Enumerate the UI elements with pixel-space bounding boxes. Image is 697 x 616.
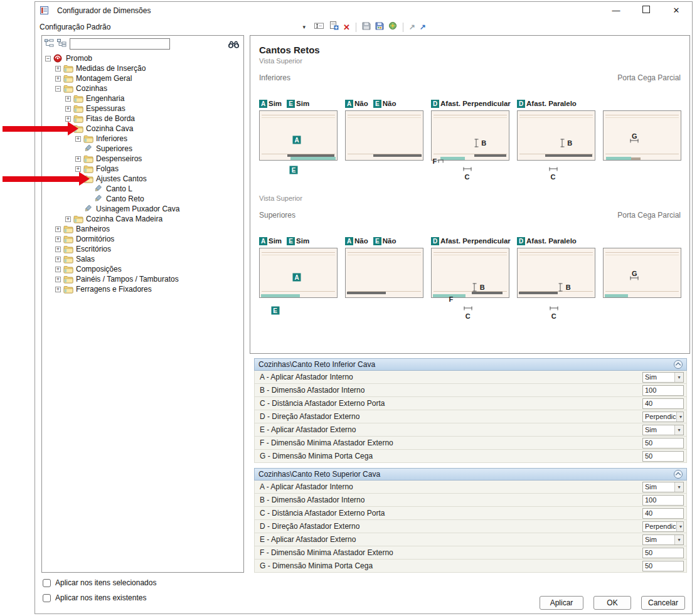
- collapse-toggle-icon[interactable]: −: [45, 56, 51, 61]
- tree-item-label: Canto L: [106, 184, 132, 193]
- collapse-icon[interactable]: [674, 470, 683, 479]
- tree-item[interactable]: +Cozinha Cava Madeira: [42, 214, 243, 224]
- tree-item[interactable]: +Fitas de Borda: [42, 114, 243, 124]
- config-options-icon[interactable]: [388, 21, 397, 33]
- collapse-toggle-icon[interactable]: −: [55, 86, 61, 92]
- tree-item[interactable]: +Engenharia: [42, 93, 243, 104]
- dropdown-arrow-icon[interactable]: ▾: [674, 425, 683, 435]
- tree-item[interactable]: +Composições: [42, 264, 243, 274]
- row-input[interactable]: 50: [642, 451, 684, 462]
- expand-toggle-icon[interactable]: +: [65, 106, 71, 112]
- expand-toggle-icon[interactable]: +: [55, 257, 61, 262]
- tree-levels-icon[interactable]: [45, 38, 54, 50]
- marker-c: C: [549, 168, 557, 180]
- checkbox-icon[interactable]: [43, 594, 51, 602]
- expand-toggle-icon[interactable]: +: [55, 287, 61, 292]
- combo-dropdown-icon[interactable]: ▾: [302, 24, 306, 30]
- expand-toggle-icon[interactable]: +: [55, 277, 61, 282]
- dropdown-arrow-icon[interactable]: ▾: [676, 412, 684, 422]
- new-config-icon[interactable]: [329, 21, 339, 33]
- row-input[interactable]: 50: [642, 561, 684, 571]
- row-input[interactable]: 100: [642, 385, 684, 396]
- tree-item[interactable]: +Ferragens e Fixadores: [42, 284, 243, 294]
- expand-toggle-icon[interactable]: +: [55, 66, 61, 72]
- tree-item[interactable]: +Dormitórios: [42, 234, 243, 244]
- expand-toggle-icon[interactable]: +: [55, 267, 61, 272]
- maximize-button[interactable]: [641, 5, 652, 16]
- dropdown-arrow-icon[interactable]: ▾: [674, 373, 683, 382]
- tree-item[interactable]: +Escritórios: [42, 244, 243, 254]
- dimension-icon: [464, 307, 472, 312]
- save-config-image-icon[interactable]: [375, 21, 384, 33]
- spacer-bar: [290, 157, 335, 160]
- tree-item[interactable]: −Cozinha Cava: [42, 124, 243, 134]
- row-value: 100: [645, 496, 656, 504]
- tree-item[interactable]: +Inferiores: [42, 134, 243, 144]
- dropdown-arrow-icon[interactable]: ▾: [674, 535, 683, 544]
- tree-search-input[interactable]: [70, 38, 170, 50]
- row-select[interactable]: Sim▾: [642, 425, 684, 435]
- cancel-button[interactable]: Cancelar: [641, 596, 685, 610]
- tree-item[interactable]: +Painéis / Tampos / Tamburatos: [42, 274, 243, 284]
- tree-item[interactable]: −Ajustes Cantos: [42, 174, 243, 184]
- tree-item[interactable]: +Despenseiros: [42, 154, 243, 164]
- tree-item[interactable]: Canto Reto: [42, 194, 243, 204]
- marker-letter: C: [465, 173, 470, 180]
- tree-item[interactable]: +Medidas de Inserção: [42, 63, 243, 73]
- tree-item[interactable]: +Folgas: [42, 164, 243, 174]
- tree-item[interactable]: +Espessuras: [42, 104, 243, 114]
- tree-item[interactable]: −Cozinhas: [42, 83, 243, 93]
- expand-toggle-icon[interactable]: +: [55, 236, 61, 242]
- expand-toggle-icon[interactable]: +: [75, 166, 81, 172]
- export-config-icon[interactable]: ↗: [420, 23, 426, 31]
- minimize-button[interactable]: —: [610, 5, 622, 16]
- table-header[interactable]: Cozinhas\Canto Reto Inferior Cava: [254, 358, 687, 371]
- expand-toggle-icon[interactable]: +: [65, 116, 71, 122]
- tree-item[interactable]: +Banheiros: [42, 224, 243, 234]
- expand-toggle-icon[interactable]: +: [75, 156, 81, 162]
- expand-toggle-icon[interactable]: +: [75, 136, 81, 142]
- row-select[interactable]: Sim▾: [642, 534, 684, 545]
- expand-toggle-icon[interactable]: +: [55, 76, 61, 82]
- table-header[interactable]: Cozinhas\Canto Reto Superior Cava: [254, 468, 687, 481]
- delete-config-icon[interactable]: ✕: [343, 23, 350, 31]
- find-binoculars-icon[interactable]: [228, 40, 240, 48]
- leaf-icon: [83, 204, 93, 213]
- rename-config-icon[interactable]: [314, 21, 325, 33]
- expand-toggle-icon[interactable]: +: [55, 226, 61, 232]
- row-input[interactable]: 50: [642, 438, 684, 449]
- collapse-toggle-icon[interactable]: −: [65, 126, 71, 132]
- row-input[interactable]: 40: [642, 398, 684, 409]
- checkbox-icon[interactable]: [43, 579, 51, 587]
- row-select[interactable]: Perpendic▾: [642, 521, 684, 532]
- row-input[interactable]: 50: [642, 548, 684, 558]
- tree-item[interactable]: Canto L: [42, 184, 243, 194]
- configuration-combobox[interactable]: Configuração Padrão ▾: [40, 21, 306, 33]
- expand-toggle-icon[interactable]: +: [55, 247, 61, 252]
- row-label: F - Dimensão Minima Afastador Externo: [260, 548, 393, 557]
- apply-selected-items-checkbox[interactable]: Aplicar nos itens selecionados: [43, 578, 156, 587]
- ok-button[interactable]: OK: [593, 596, 631, 610]
- row-select[interactable]: Sim▾: [642, 372, 684, 383]
- tree-item[interactable]: Usinagem Puxador Cava: [42, 204, 243, 214]
- dropdown-arrow-icon[interactable]: ▾: [674, 482, 683, 492]
- save-config-icon[interactable]: [362, 21, 371, 33]
- tree-item[interactable]: +Salas: [42, 254, 243, 264]
- expand-toggle-icon[interactable]: +: [65, 216, 71, 222]
- row-select[interactable]: Sim▾: [642, 482, 684, 492]
- dropdown-arrow-icon[interactable]: ▾: [676, 522, 684, 531]
- apply-button[interactable]: Aplicar: [540, 596, 583, 610]
- tree-item[interactable]: Superiores: [42, 144, 243, 154]
- tree-item[interactable]: +Montagem Geral: [42, 73, 243, 83]
- row-input[interactable]: 100: [642, 495, 684, 506]
- row-input[interactable]: 40: [642, 508, 684, 519]
- close-button[interactable]: ✕: [671, 5, 682, 16]
- row-select[interactable]: Perpendic▾: [642, 412, 684, 422]
- tree-item[interactable]: −Promob: [42, 53, 243, 63]
- apply-existing-items-checkbox[interactable]: Aplicar nos itens existentes: [43, 593, 146, 602]
- collapse-icon[interactable]: [674, 360, 683, 369]
- collapse-toggle-icon[interactable]: −: [75, 176, 81, 182]
- import-config-icon[interactable]: ↗: [409, 23, 415, 31]
- expand-toggle-icon[interactable]: +: [65, 96, 71, 102]
- tree-list-icon[interactable]: [57, 38, 67, 50]
